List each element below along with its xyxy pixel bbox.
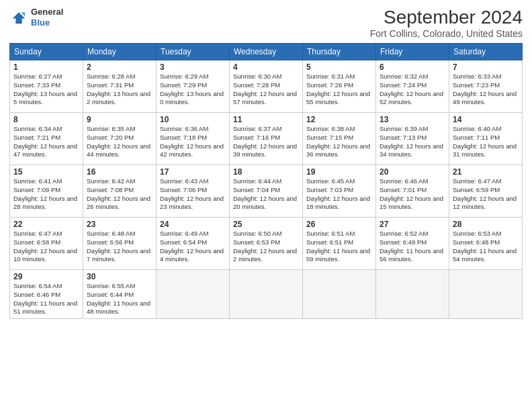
table-cell: 5Sunrise: 6:31 AMSunset: 7:26 PMDaylight… bbox=[303, 60, 376, 113]
day-info: Sunrise: 6:53 AMSunset: 6:48 PMDaylight:… bbox=[453, 230, 519, 264]
table-cell: 12Sunrise: 6:38 AMSunset: 7:15 PMDayligh… bbox=[303, 113, 376, 165]
header-tuesday: Tuesday bbox=[157, 44, 230, 60]
day-info: Sunrise: 6:42 AMSunset: 7:08 PMDaylight:… bbox=[87, 177, 152, 212]
table-cell: 30Sunrise: 6:55 AMSunset: 6:44 PMDayligh… bbox=[83, 270, 157, 319]
day-info: Sunrise: 6:46 AMSunset: 7:01 PMDaylight:… bbox=[380, 177, 445, 212]
table-cell: 2Sunrise: 6:28 AMSunset: 7:31 PMDaylight… bbox=[83, 60, 157, 113]
table-cell: 13Sunrise: 6:39 AMSunset: 7:13 PMDayligh… bbox=[376, 113, 449, 165]
calendar-table: Sunday Monday Tuesday Wednesday Thursday… bbox=[9, 43, 523, 319]
table-cell bbox=[157, 270, 230, 319]
day-info: Sunrise: 6:40 AMSunset: 7:11 PMDaylight:… bbox=[453, 125, 519, 159]
week-row: 22Sunrise: 6:47 AMSunset: 6:58 PMDayligh… bbox=[10, 218, 523, 270]
table-cell: 1Sunrise: 6:27 AMSunset: 7:33 PMDaylight… bbox=[10, 60, 83, 113]
day-info: Sunrise: 6:35 AMSunset: 7:20 PMDaylight:… bbox=[87, 125, 152, 159]
day-info: Sunrise: 6:34 AMSunset: 7:21 PMDaylight:… bbox=[13, 125, 79, 159]
table-cell: 6Sunrise: 6:32 AMSunset: 7:24 PMDaylight… bbox=[376, 60, 449, 113]
logo-general: General bbox=[31, 7, 63, 17]
table-cell: 15Sunrise: 6:41 AMSunset: 7:09 PMDayligh… bbox=[10, 165, 83, 218]
day-info: Sunrise: 6:41 AMSunset: 7:09 PMDaylight:… bbox=[13, 177, 79, 212]
table-cell: 21Sunrise: 6:47 AMSunset: 6:59 PMDayligh… bbox=[449, 165, 523, 218]
day-number: 8 bbox=[13, 115, 79, 124]
table-cell bbox=[303, 270, 376, 319]
day-info: Sunrise: 6:47 AMSunset: 6:58 PMDaylight:… bbox=[13, 230, 79, 264]
day-info: Sunrise: 6:33 AMSunset: 7:23 PMDaylight:… bbox=[453, 73, 519, 107]
table-cell: 18Sunrise: 6:44 AMSunset: 7:04 PMDayligh… bbox=[230, 165, 303, 218]
table-cell: 11Sunrise: 6:37 AMSunset: 7:16 PMDayligh… bbox=[230, 113, 303, 165]
table-cell bbox=[230, 270, 303, 319]
table-cell: 19Sunrise: 6:45 AMSunset: 7:03 PMDayligh… bbox=[303, 165, 376, 218]
table-cell bbox=[376, 270, 449, 319]
header-monday: Monday bbox=[83, 44, 157, 60]
logo-icon bbox=[9, 8, 28, 27]
table-cell: 29Sunrise: 6:54 AMSunset: 6:46 PMDayligh… bbox=[10, 270, 83, 319]
table-cell: 16Sunrise: 6:42 AMSunset: 7:08 PMDayligh… bbox=[83, 165, 157, 218]
logo: General Blue bbox=[9, 7, 63, 28]
day-number: 3 bbox=[160, 62, 226, 72]
logo-text: General Blue bbox=[31, 7, 63, 28]
day-number: 21 bbox=[453, 167, 519, 177]
day-number: 18 bbox=[233, 167, 299, 177]
table-cell: 3Sunrise: 6:29 AMSunset: 7:29 PMDaylight… bbox=[157, 60, 230, 113]
day-number: 16 bbox=[87, 167, 152, 177]
day-number: 24 bbox=[160, 220, 226, 229]
day-number: 28 bbox=[453, 220, 519, 229]
table-cell: 27Sunrise: 6:52 AMSunset: 6:49 PMDayligh… bbox=[376, 218, 449, 270]
day-info: Sunrise: 6:45 AMSunset: 7:03 PMDaylight:… bbox=[306, 177, 372, 212]
day-number: 4 bbox=[233, 62, 299, 72]
table-cell: 8Sunrise: 6:34 AMSunset: 7:21 PMDaylight… bbox=[10, 113, 83, 165]
table-cell: 20Sunrise: 6:46 AMSunset: 7:01 PMDayligh… bbox=[376, 165, 449, 218]
header-saturday: Saturday bbox=[449, 44, 523, 60]
calendar-subtitle: Fort Collins, Colorado, United States bbox=[370, 28, 523, 39]
week-row: 15Sunrise: 6:41 AMSunset: 7:09 PMDayligh… bbox=[10, 165, 523, 218]
day-info: Sunrise: 6:39 AMSunset: 7:13 PMDaylight:… bbox=[380, 125, 445, 159]
header-sunday: Sunday bbox=[10, 44, 83, 60]
calendar-title: September 2024 bbox=[370, 7, 523, 28]
day-info: Sunrise: 6:43 AMSunset: 7:06 PMDaylight:… bbox=[160, 177, 226, 212]
day-number: 14 bbox=[453, 115, 519, 124]
logo-blue: Blue bbox=[31, 17, 63, 28]
day-number: 26 bbox=[306, 220, 372, 229]
table-cell: 26Sunrise: 6:51 AMSunset: 6:51 PMDayligh… bbox=[303, 218, 376, 270]
table-cell: 14Sunrise: 6:40 AMSunset: 7:11 PMDayligh… bbox=[449, 113, 523, 165]
day-info: Sunrise: 6:49 AMSunset: 6:54 PMDaylight:… bbox=[160, 230, 226, 264]
day-number: 7 bbox=[453, 62, 519, 72]
day-info: Sunrise: 6:44 AMSunset: 7:04 PMDaylight:… bbox=[233, 177, 299, 212]
table-cell: 7Sunrise: 6:33 AMSunset: 7:23 PMDaylight… bbox=[449, 60, 523, 113]
table-cell: 23Sunrise: 6:48 AMSunset: 6:56 PMDayligh… bbox=[83, 218, 157, 270]
table-cell: 9Sunrise: 6:35 AMSunset: 7:20 PMDaylight… bbox=[83, 113, 157, 165]
day-number: 20 bbox=[380, 167, 445, 177]
day-number: 30 bbox=[87, 272, 152, 281]
header-thursday: Thursday bbox=[303, 44, 376, 60]
day-info: Sunrise: 6:28 AMSunset: 7:31 PMDaylight:… bbox=[87, 73, 152, 107]
day-number: 11 bbox=[233, 115, 299, 124]
day-number: 29 bbox=[13, 272, 79, 281]
header: General Blue September 2024 Fort Collins… bbox=[9, 7, 523, 39]
day-info: Sunrise: 6:38 AMSunset: 7:15 PMDaylight:… bbox=[306, 125, 372, 159]
table-cell: 10Sunrise: 6:36 AMSunset: 7:18 PMDayligh… bbox=[157, 113, 230, 165]
week-row: 8Sunrise: 6:34 AMSunset: 7:21 PMDaylight… bbox=[10, 113, 523, 165]
day-info: Sunrise: 6:31 AMSunset: 7:26 PMDaylight:… bbox=[306, 73, 372, 107]
page-container: General Blue September 2024 Fort Collins… bbox=[0, 0, 532, 323]
day-number: 19 bbox=[306, 167, 372, 177]
day-number: 10 bbox=[160, 115, 226, 124]
day-info: Sunrise: 6:37 AMSunset: 7:16 PMDaylight:… bbox=[233, 125, 299, 159]
day-number: 15 bbox=[13, 167, 79, 177]
header-friday: Friday bbox=[376, 44, 449, 60]
day-number: 23 bbox=[87, 220, 152, 229]
table-cell: 22Sunrise: 6:47 AMSunset: 6:58 PMDayligh… bbox=[10, 218, 83, 270]
day-info: Sunrise: 6:29 AMSunset: 7:29 PMDaylight:… bbox=[160, 73, 226, 107]
day-info: Sunrise: 6:47 AMSunset: 6:59 PMDaylight:… bbox=[453, 177, 519, 212]
table-cell: 25Sunrise: 6:50 AMSunset: 6:53 PMDayligh… bbox=[230, 218, 303, 270]
day-number: 12 bbox=[306, 115, 372, 124]
day-number: 6 bbox=[380, 62, 445, 72]
week-row: 29Sunrise: 6:54 AMSunset: 6:46 PMDayligh… bbox=[10, 270, 523, 319]
day-number: 13 bbox=[380, 115, 445, 124]
day-header-row: Sunday Monday Tuesday Wednesday Thursday… bbox=[10, 44, 523, 60]
day-number: 9 bbox=[87, 115, 152, 124]
day-info: Sunrise: 6:54 AMSunset: 6:46 PMDaylight:… bbox=[13, 282, 79, 316]
header-wednesday: Wednesday bbox=[230, 44, 303, 60]
day-info: Sunrise: 6:36 AMSunset: 7:18 PMDaylight:… bbox=[160, 125, 226, 159]
day-number: 25 bbox=[233, 220, 299, 229]
day-number: 1 bbox=[13, 62, 79, 72]
day-number: 27 bbox=[380, 220, 445, 229]
